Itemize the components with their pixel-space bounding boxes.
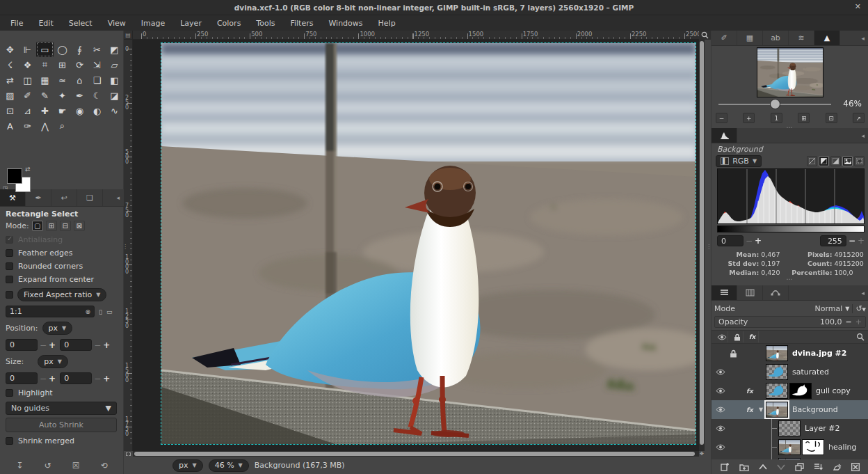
tool-foreground-select[interactable]: ◩ [106, 42, 123, 57]
panel-drag-handle[interactable]: ⋮ [706, 245, 708, 260]
search-icon[interactable] [856, 333, 865, 341]
raise-layer-button[interactable] [759, 464, 767, 470]
tool-zoom[interactable]: ⌕ [54, 118, 71, 134]
scrollbar-thumb[interactable] [134, 452, 695, 456]
horizontal-scrollbar[interactable] [133, 451, 699, 457]
ruler-corner-button[interactable]: ▤ [124, 31, 133, 40]
tool-paintbrush[interactable]: ✐ [19, 88, 36, 103]
layer-visibility-toggle[interactable] [712, 425, 730, 432]
zoom-fit-window-button[interactable]: ⊡ [826, 113, 837, 123]
zoom-indicator-icon[interactable] [699, 31, 711, 40]
landscape-icon[interactable]: ▭ [106, 308, 113, 315]
tool-warp[interactable]: ≈ [54, 72, 71, 88]
quick-mask-toggle[interactable] [124, 451, 133, 457]
layer-thumbnail[interactable] [766, 345, 788, 361]
lock-visibility-eye-icon[interactable] [716, 331, 728, 342]
layer-thumbnail[interactable] [766, 383, 788, 399]
status-unit-dropdown[interactable]: px▼ [172, 459, 203, 472]
tool-bucket-fill[interactable]: ◧ [106, 72, 123, 88]
menu-item-select[interactable]: Select [61, 17, 100, 29]
tab-menu-icon[interactable]: ◂ [116, 189, 124, 206]
fixed-aspect-checkbox[interactable] [6, 291, 13, 299]
histogram-linear-icon[interactable] [807, 156, 817, 166]
layer-effects-badge[interactable]: fx [746, 388, 753, 395]
menu-item-help[interactable]: Help [371, 17, 403, 29]
zoom-1-1-button[interactable]: 1 [771, 113, 782, 123]
guides-dropdown[interactable]: No guides▼ [6, 402, 117, 415]
tool-transform-3d[interactable]: ◫ [19, 72, 36, 88]
tool-select-by-color[interactable]: ❖ [19, 57, 36, 72]
size-unit-dropdown[interactable]: px▼ [38, 355, 68, 368]
duplicate-layer-button[interactable] [795, 463, 804, 471]
scrollbar-thumb[interactable] [700, 41, 704, 445]
minus-icon[interactable]: − [40, 374, 47, 384]
tool-gradient[interactable]: ▨ [1, 88, 19, 103]
panel-drag-handle[interactable]: ⋮ [122, 245, 124, 260]
tool-color-picker[interactable]: ✑ [19, 118, 36, 134]
plus-icon[interactable]: + [49, 374, 56, 384]
tab-paths[interactable] [763, 285, 789, 300]
menu-item-edit[interactable]: Edit [31, 17, 61, 29]
histogram-chart[interactable] [717, 168, 865, 224]
layer-row-gull-copy[interactable]: fxgull copy [712, 381, 868, 400]
new-layer-group-button[interactable] [739, 463, 749, 471]
menu-item-tools[interactable]: Tools [248, 17, 282, 29]
tool-rotate[interactable]: ⟳ [71, 57, 88, 72]
menu-item-windows[interactable]: Windows [321, 17, 370, 29]
mode-add-button[interactable]: ⊞ [46, 221, 57, 231]
minus-icon[interactable]: − [849, 236, 855, 246]
tab-pointer[interactable]: ▲ [814, 31, 840, 45]
lower-layer-button[interactable] [777, 464, 785, 470]
tool-crop[interactable]: ⌗ [36, 57, 54, 72]
save-tool-preset-icon[interactable]: ↧ [16, 461, 23, 471]
layer-row-saturated[interactable]: saturated [712, 363, 868, 381]
layer-mask-thumbnail[interactable] [802, 439, 824, 455]
layer-visibility-toggle[interactable] [712, 388, 730, 394]
group-expander-icon[interactable]: ▼ [759, 406, 763, 413]
tool-mypaint-brush[interactable]: ☾ [88, 88, 106, 103]
layer-visibility-toggle[interactable] [712, 406, 730, 413]
status-zoom-dropdown[interactable]: 46 %▼ [209, 459, 249, 472]
navigation-thumbnail[interactable] [757, 47, 823, 97]
swap-colors-icon[interactable]: ⇄ [25, 166, 31, 173]
portrait-icon[interactable]: ▯ [99, 308, 102, 315]
shrink-wrap-button[interactable]: ↗ [853, 113, 865, 123]
tab-fonts[interactable]: ab [763, 31, 789, 45]
section-grip[interactable]: ⋯ [712, 276, 868, 283]
position-unit-dropdown[interactable]: px▼ [42, 322, 73, 335]
reset-tool-options-icon[interactable]: ⟲ [101, 461, 108, 471]
delete-layer-button[interactable] [851, 463, 860, 471]
plus-icon[interactable]: + [858, 236, 865, 246]
anchor-layer-button[interactable] [833, 463, 842, 471]
tool-eraser[interactable]: ◪ [106, 88, 123, 103]
tool-free-select[interactable]: ∮ [71, 42, 88, 57]
layer-effects-badge[interactable]: fx [746, 406, 753, 413]
tool-perspective[interactable]: ▦ [36, 72, 54, 88]
horizontal-ruler[interactable]: 02505007501000125015001750200022502500 [133, 31, 705, 40]
tool-pencil[interactable]: ✎ [36, 88, 54, 103]
tool-align[interactable]: ⊩ [19, 42, 36, 57]
close-window-button[interactable]: ✕ [855, 2, 861, 11]
zoom-out-button[interactable]: − [716, 113, 728, 123]
tool-paths[interactable]: ∿ [106, 103, 123, 118]
tool-scissors-select[interactable]: ✂ [88, 42, 106, 57]
minus-icon[interactable]: − [746, 236, 753, 246]
layer-row-dvina-jpg-2[interactable]: dvina.jpg #2 [712, 344, 868, 363]
tool-text[interactable]: A [1, 118, 19, 134]
histogram-high-input[interactable]: 255 [820, 235, 846, 246]
plus-icon[interactable]: + [855, 317, 862, 326]
layer-row-healing[interactable]: healing [712, 438, 868, 457]
fixed-aspect-dropdown[interactable]: Fixed Aspect ratio▼ [17, 288, 106, 301]
zoom-slider-handle[interactable] [770, 99, 780, 109]
layer-effects-icon[interactable]: fx [746, 331, 759, 342]
histogram-log-icon[interactable] [819, 156, 829, 166]
minus-icon[interactable]: − [846, 317, 852, 326]
tool-dodge-burn[interactable]: ◐ [88, 103, 106, 118]
layer-row-background[interactable]: fx▼Background [712, 400, 868, 419]
tool-move[interactable]: ✥ [1, 42, 19, 57]
size-width-input[interactable]: 0 [6, 372, 38, 384]
layer-mask-thumbnail[interactable] [789, 383, 812, 399]
tool-perspective-clone[interactable]: ⊿ [19, 103, 36, 118]
tool-smudge[interactable]: ☛ [54, 103, 71, 118]
layer-mode-dropdown[interactable]: Normal [814, 304, 842, 313]
